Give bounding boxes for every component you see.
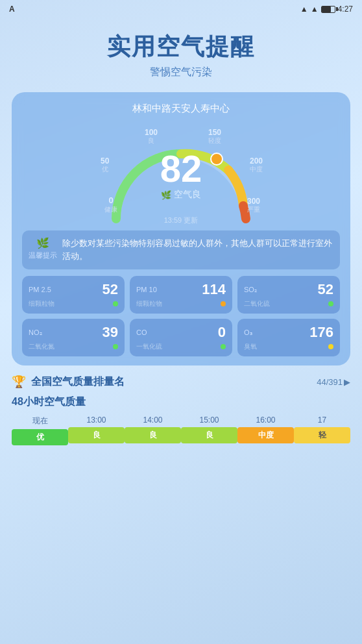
- scale-100: 100 良: [145, 128, 158, 145]
- metric-no2-label: 二氧化氮: [29, 342, 54, 351]
- metric-pm10-name: PM 10: [136, 286, 157, 293]
- time-17-label: 17: [294, 415, 350, 425]
- metric-o3-name: O₃: [244, 328, 252, 337]
- ranking-section[interactable]: 🏆 全国空气质量排量名 44/391 ▶: [12, 375, 350, 389]
- metric-pm25-name: PM 2.5: [29, 286, 51, 293]
- signal-icon: ▲: [311, 5, 319, 14]
- metric-pm25-dot: [113, 301, 118, 306]
- ranking-label: 全国空气质量排量名: [31, 375, 125, 389]
- time-1500-label: 15:00: [181, 415, 237, 425]
- metric-pm25-value: 52: [103, 281, 118, 298]
- chevron-right-icon: ▶: [344, 377, 350, 387]
- time-col-1400: 14:00 良: [125, 415, 181, 445]
- badge-1500: 良: [181, 427, 237, 443]
- app-subtitle: 警惕空气污染: [13, 66, 349, 79]
- scale-0: 0 健康: [104, 195, 117, 214]
- ranking-left: 🏆 全国空气质量排量名: [12, 375, 125, 389]
- badge-now: 优: [12, 429, 68, 445]
- leaf-icon: 🌿: [161, 190, 171, 200]
- metric-pm10-value: 114: [202, 281, 226, 298]
- battery-icon: [321, 6, 335, 13]
- quality-section: 48小时空气质量 现在 优 13:00 良 14:00 良 15:00 良 16…: [12, 395, 350, 445]
- metric-co-dot: [221, 344, 226, 349]
- gauge-center: 82 🌿 空气良: [160, 150, 202, 201]
- metric-o3-value: 176: [309, 324, 333, 341]
- metric-so2-value: 52: [318, 281, 333, 298]
- time-1300-label: 13:00: [68, 415, 125, 425]
- time-label: 4:27: [338, 5, 353, 14]
- metric-co: CO 0 一氧化硫: [130, 319, 232, 356]
- metric-no2: NO₂ 39 二氧化氮: [22, 319, 125, 356]
- badge-1600: 中度: [237, 427, 294, 443]
- wifi-icon: ▲: [300, 5, 308, 14]
- ranking-right[interactable]: 44/391 ▶: [317, 377, 350, 387]
- status-bar: A ▲ ▲ 4:27: [0, 0, 362, 18]
- metrics-grid: PM 2.5 52 细颗粒物 PM 10 114 细颗粒物 SO₂ 52: [22, 276, 340, 356]
- aqi-value: 82: [160, 150, 202, 188]
- metric-pm10-label: 细颗粒物: [136, 299, 162, 308]
- quality-title: 48小时空气质量: [12, 395, 350, 409]
- time-now-label: 现在: [12, 415, 68, 427]
- metric-pm25: PM 2.5 52 细颗粒物: [22, 276, 125, 314]
- time-col-now: 现在 优: [12, 415, 68, 445]
- badge-1300: 良: [68, 427, 125, 443]
- time-col-1500: 15:00 良: [181, 415, 237, 445]
- metric-o3-dot: [328, 344, 333, 349]
- scale-300: 300 严重: [247, 197, 260, 214]
- time-1400-label: 14:00: [125, 415, 181, 425]
- update-time: 13:59 更新: [164, 216, 199, 225]
- metric-co-label: 一氧化硫: [136, 342, 162, 351]
- time-1600-label: 16:00: [237, 415, 294, 425]
- time-col-17: 17 轻: [294, 415, 350, 445]
- scale-200: 200 中度: [250, 156, 263, 173]
- metric-no2-name: NO₂: [29, 328, 42, 337]
- gauge-container: 0 健康 50 优 100 良 150 轻度 200 中度 300 严重: [97, 121, 265, 225]
- metric-so2-label: 二氧化硫: [244, 299, 270, 308]
- metric-so2: SO₂ 52 二氧化硫: [237, 276, 340, 314]
- metric-pm25-label: 细颗粒物: [29, 299, 54, 308]
- metric-o3-label: 臭氧: [244, 342, 257, 351]
- tips-text: 除少数对某些污染物特别容易过敏的人群外，其他人群可以正常进行室外活动。: [62, 237, 333, 263]
- scale-50: 50 优: [101, 156, 109, 173]
- scale-150: 150 轻度: [208, 128, 221, 145]
- leaf-tips-icon: 🌿: [36, 237, 49, 249]
- aqi-quality: 🌿 空气良: [160, 189, 202, 201]
- trophy-icon: 🏆: [12, 375, 26, 389]
- metric-co-name: CO: [136, 328, 147, 336]
- time-col-1300: 13:00 良: [68, 415, 125, 445]
- metric-o3: O₃ 176 臭氧: [237, 319, 340, 356]
- app-name-label: A: [9, 5, 15, 14]
- time-col-1600: 16:00 中度: [237, 415, 294, 445]
- metric-co-value: 0: [218, 324, 226, 341]
- location-title: 林和中路天安人寿中心: [22, 103, 340, 115]
- status-right: ▲ ▲ 4:27: [300, 5, 353, 14]
- badge-17: 轻: [294, 427, 350, 443]
- metric-pm10: PM 10 114 细颗粒物: [130, 276, 232, 314]
- metric-so2-name: SO₂: [244, 286, 257, 294]
- tips-row: 🌿 温馨提示 除少数对某些污染物特别容易过敏的人群外，其他人群可以正常进行室外活…: [22, 230, 340, 269]
- tips-icon-label: 🌿 温馨提示: [29, 237, 57, 260]
- header: 实用空气提醒 警惕空气污染: [0, 18, 362, 86]
- main-card: 林和中路天安人寿中心 0 健康 50 优: [12, 92, 350, 365]
- ranking-count: 44/391: [317, 377, 343, 387]
- badge-1400: 良: [125, 427, 181, 443]
- tips-label: 温馨提示: [29, 251, 57, 260]
- metric-no2-dot: [113, 344, 118, 349]
- app-title: 实用空气提醒: [13, 31, 349, 63]
- metric-so2-dot: [328, 301, 333, 306]
- quality-times: 现在 优 13:00 良 14:00 良 15:00 良 16:00 中度 17…: [12, 415, 350, 445]
- metric-pm10-dot: [221, 301, 226, 306]
- metric-no2-value: 39: [103, 324, 118, 341]
